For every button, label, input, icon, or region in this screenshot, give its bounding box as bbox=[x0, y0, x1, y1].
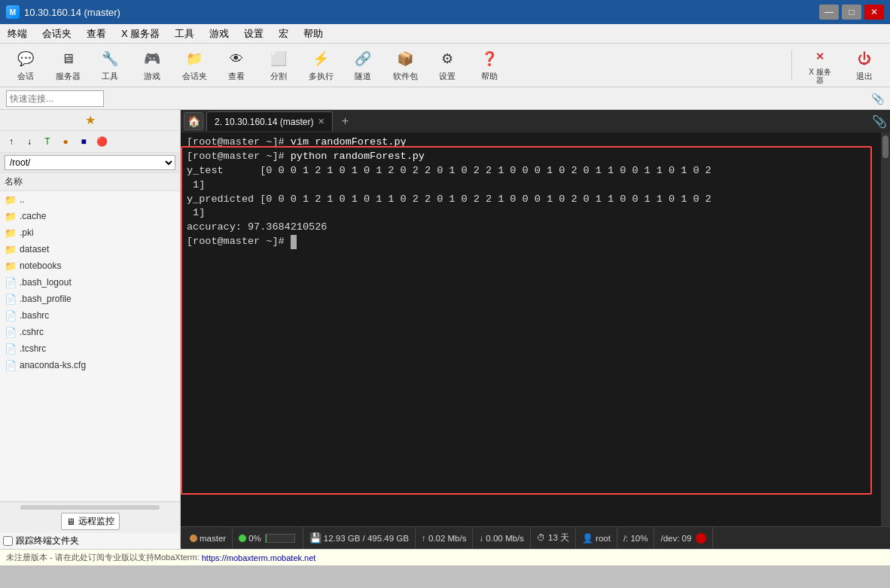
sidebar-add-btn[interactable]: ● bbox=[57, 133, 74, 150]
file-item-tcshrc[interactable]: 📄 .tcshrc bbox=[0, 340, 180, 357]
menu-settings-label: 设置 bbox=[244, 27, 264, 41]
tool-view[interactable]: 👁 查看 bbox=[217, 46, 256, 85]
terminal-tab-active[interactable]: 2. 10.30.160.14 (master) ✕ bbox=[206, 111, 333, 131]
menu-terminal[interactable]: 终端 bbox=[0, 24, 35, 43]
terminal-content[interactable]: [root@master ~]# vim randomForest.py [ro… bbox=[181, 133, 881, 526]
file-name: dataset bbox=[20, 244, 49, 254]
help-icon: ❓ bbox=[479, 48, 500, 69]
tab-close-button[interactable]: ✕ bbox=[318, 117, 325, 126]
menu-macro[interactable]: 宏 bbox=[271, 24, 296, 43]
menu-session[interactable]: 会话夹 bbox=[35, 24, 79, 43]
status-label-upload: ↑ 0.02 Mb/s bbox=[422, 534, 466, 543]
status-user: 👤 root bbox=[576, 527, 617, 549]
file-item-notebooks[interactable]: 📁 notebooks bbox=[0, 257, 180, 274]
terminal-area: 🏠 2. 10.30.160.14 (master) ✕ + 📎 [root@m… bbox=[181, 110, 890, 549]
tool-tunnel[interactable]: 🔗 隧道 bbox=[343, 46, 383, 85]
attach-icon[interactable]: 📎 bbox=[872, 114, 887, 129]
status-upload: ↑ 0.02 Mb/s bbox=[416, 527, 473, 549]
file-name: .cshrc bbox=[20, 327, 44, 337]
track-checkbox[interactable] bbox=[3, 536, 13, 546]
terminal-line-1: [root@master ~]# python randomForest.py bbox=[187, 150, 875, 164]
terminal-line-0: [root@master ~]# vim randomForest.py bbox=[187, 136, 875, 150]
file-item-parent[interactable]: 📁 .. bbox=[0, 191, 180, 208]
track-terminal-folder-check[interactable]: 跟踪终端文件夹 bbox=[0, 533, 180, 549]
attachment-icon[interactable]: 📎 bbox=[871, 93, 884, 105]
file-icon: 📄 bbox=[5, 310, 17, 321]
tool-split[interactable]: ⬜ 分割 bbox=[259, 46, 298, 85]
terminal-line-4: y_predicted [0 0 0 1 2 1 0 1 0 1 1 0 2 2… bbox=[187, 193, 875, 207]
monitor-label: 远程监控 bbox=[78, 515, 114, 528]
tool-help[interactable]: ❓ 帮助 bbox=[470, 46, 509, 85]
file-item-bash-profile[interactable]: 📄 .bash_profile bbox=[0, 291, 180, 307]
user-icon: 👤 bbox=[582, 533, 593, 544]
status-dot-cpu bbox=[239, 535, 246, 542]
file-icon: 📄 bbox=[5, 343, 17, 355]
maximize-button[interactable]: □ bbox=[842, 5, 861, 20]
close-button[interactable]: ✕ bbox=[864, 5, 884, 20]
minimize-button[interactable]: — bbox=[819, 5, 839, 20]
file-name: .pki bbox=[20, 227, 34, 238]
tool-multi-exec-label: 多执行 bbox=[309, 71, 334, 82]
tool-config[interactable]: ⚙ 设置 bbox=[428, 46, 467, 85]
terminal-tabs: 🏠 2. 10.30.160.14 (master) ✕ + 📎 bbox=[181, 110, 890, 133]
tool-sessions-folder-label: 会话夹 bbox=[182, 71, 207, 82]
right-scrollbar[interactable] bbox=[881, 133, 890, 526]
tool-xserver[interactable]: ✕ X 服务器 bbox=[798, 46, 842, 85]
star-icon[interactable]: ★ bbox=[85, 113, 96, 127]
file-item-cache[interactable]: 📁 .cache bbox=[0, 208, 180, 224]
tunnel-icon: 🔗 bbox=[352, 48, 373, 69]
menu-view[interactable]: 查看 bbox=[79, 24, 114, 43]
toolbar: 💬 会话 🖥 服务器 🔧 工具 🎮 游戏 📁 会话夹 👁 查看 ⬜ 分割 ⚡ 多… bbox=[0, 44, 890, 87]
tool-sessions-folder[interactable]: 📁 会话夹 bbox=[175, 46, 214, 85]
terminal-with-scrollbar: [root@master ~]# vim randomForest.py [ro… bbox=[181, 133, 890, 526]
sidebar: ★ ↑ ↓ T ● ■ 🔴 /root/ 名称 📁 .. bbox=[0, 110, 181, 549]
sidebar-del-btn[interactable]: 🔴 bbox=[93, 133, 110, 150]
tool-session[interactable]: 💬 会话 bbox=[6, 46, 45, 85]
tool-exit[interactable]: ⏻ 退出 bbox=[845, 46, 884, 85]
menu-tools[interactable]: 工具 bbox=[167, 24, 202, 43]
sidebar-refresh-btn[interactable]: T bbox=[39, 133, 56, 150]
server-icon: 🖥 bbox=[57, 48, 78, 69]
bottom-bar: 未注册版本 - 请在此处订阅专业版以支持MobaXterm: https://m… bbox=[0, 549, 890, 565]
main-layout: ★ ↑ ↓ T ● ■ 🔴 /root/ 名称 📁 .. bbox=[0, 110, 890, 549]
tool-server-label: 服务器 bbox=[56, 71, 81, 82]
remote-monitor-btn[interactable]: 🖥 远程监控 bbox=[61, 513, 120, 530]
games-icon: 🎮 bbox=[142, 48, 163, 69]
tool-games[interactable]: 🎮 游戏 bbox=[133, 46, 172, 85]
menu-games[interactable]: 游戏 bbox=[202, 24, 236, 43]
name-column-header: 名称 bbox=[5, 176, 23, 187]
sidebar-toolbar: ↑ ↓ T ● ■ 🔴 bbox=[0, 131, 180, 153]
menu-session-label: 会话夹 bbox=[42, 27, 72, 41]
tool-multi-exec[interactable]: ⚡ 多执行 bbox=[301, 46, 340, 85]
sidebar-up-btn[interactable]: ↑ bbox=[3, 133, 20, 150]
tool-server[interactable]: 🖥 服务器 bbox=[48, 46, 87, 85]
tool-packages[interactable]: 📦 软件包 bbox=[386, 46, 425, 85]
add-tab-button[interactable]: + bbox=[336, 112, 354, 130]
file-item-pki[interactable]: 📁 .pki bbox=[0, 224, 180, 241]
bottom-link[interactable]: https://mobaxterm.mobatek.net bbox=[202, 553, 316, 562]
menu-settings[interactable]: 设置 bbox=[236, 24, 271, 43]
file-item-bash-logout[interactable]: 📄 .bash_logout bbox=[0, 274, 180, 291]
status-label-time: ⏱ 13 天 bbox=[537, 532, 569, 544]
tool-tools[interactable]: 🔧 工具 bbox=[90, 46, 130, 85]
file-item-anaconda[interactable]: 📄 anaconda-ks.cfg bbox=[0, 357, 180, 373]
home-button[interactable]: 🏠 bbox=[184, 112, 203, 130]
file-item-bashrc[interactable]: 📄 .bashrc bbox=[0, 307, 180, 324]
menu-help-label: 帮助 bbox=[303, 27, 323, 41]
status-dev: /dev: 09 bbox=[654, 527, 713, 549]
toolbar-separator bbox=[791, 50, 792, 81]
file-item-dataset[interactable]: 📁 dataset bbox=[0, 241, 180, 257]
file-name: .bash_logout bbox=[20, 277, 72, 288]
sidebar-header: 名称 bbox=[0, 173, 180, 191]
quick-connect-input[interactable] bbox=[6, 90, 104, 107]
menu-help[interactable]: 帮助 bbox=[296, 24, 331, 43]
menu-xserver[interactable]: X 服务器 bbox=[114, 24, 167, 43]
sessions-folder-icon: 📁 bbox=[184, 48, 205, 69]
path-select[interactable]: /root/ bbox=[5, 155, 175, 170]
sidebar-view-btn[interactable]: ■ bbox=[75, 133, 92, 150]
sidebar-down-btn[interactable]: ↓ bbox=[21, 133, 38, 150]
file-icon: 📄 bbox=[5, 277, 17, 288]
file-item-cshrc[interactable]: 📄 .cshrc bbox=[0, 324, 180, 340]
terminal-line-2: y_test [0 0 0 1 2 1 0 1 0 1 2 0 2 2 0 1 … bbox=[187, 164, 875, 178]
sidebar-path: /root/ bbox=[0, 153, 180, 173]
